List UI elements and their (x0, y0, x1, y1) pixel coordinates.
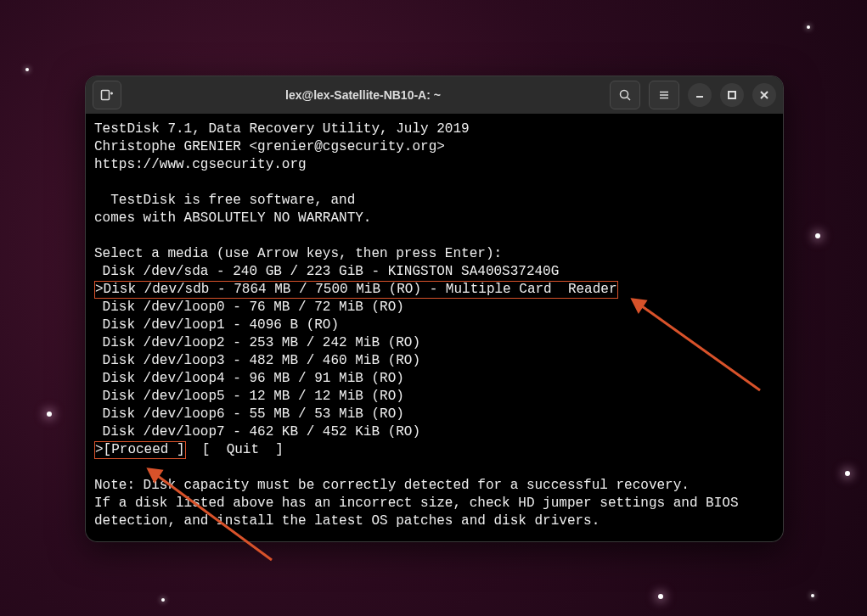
titlebar: lex@lex-Satellite-NB10-A: ~ (86, 76, 783, 114)
intro-line-2: comes with ABSOLUTELY NO WARRANTY. (94, 210, 371, 226)
menu-button[interactable] (649, 81, 679, 109)
disk-item-sda[interactable]: Disk /dev/sda - 240 GB / 223 GiB - KINGS… (94, 264, 559, 279)
header-line-3: https://www.cgsecurity.org (94, 157, 307, 172)
window-title: lex@lex-Satellite-NB10-A: ~ (285, 88, 441, 102)
disk-item-loop5[interactable]: Disk /dev/loop5 - 12 MB / 12 MiB (RO) (94, 389, 404, 404)
note-line-3: detection, and install the latest OS pat… (94, 513, 600, 529)
menu-proceed[interactable]: >[Proceed ] (94, 441, 186, 459)
minimize-button[interactable] (688, 83, 712, 107)
disk-item-sdb-selected[interactable]: >Disk /dev/sdb - 7864 MB / 7500 MiB (RO)… (94, 281, 618, 299)
disk-item-loop0[interactable]: Disk /dev/loop0 - 76 MB / 72 MiB (RO) (94, 300, 404, 315)
disk-item-loop1[interactable]: Disk /dev/loop1 - 4096 B (RO) (94, 317, 339, 333)
maximize-button[interactable] (720, 83, 744, 107)
terminal-content[interactable]: TestDisk 7.1, Data Recovery Utility, Jul… (86, 114, 783, 541)
note-line-1: Note: Disk capacity must be correctly de… (94, 478, 690, 493)
select-prompt: Select a media (use Arrow keys, then pre… (94, 246, 502, 261)
terminal-window: lex@lex-Satellite-NB10-A: ~ TestDisk 7.1… (85, 76, 784, 542)
disk-item-loop6[interactable]: Disk /dev/loop6 - 55 MB / 53 MiB (RO) (94, 406, 404, 422)
menu-quit[interactable]: [ Quit ] (186, 442, 284, 457)
svg-rect-2 (729, 92, 735, 98)
svg-point-1 (621, 91, 628, 98)
disk-item-loop4[interactable]: Disk /dev/loop4 - 96 MB / 91 MiB (RO) (94, 371, 404, 386)
new-tab-button[interactable] (93, 81, 121, 109)
search-button[interactable] (610, 81, 640, 109)
disk-item-loop3[interactable]: Disk /dev/loop3 - 482 MB / 460 MiB (RO) (94, 353, 420, 368)
disk-item-loop2[interactable]: Disk /dev/loop2 - 253 MB / 242 MiB (RO) (94, 335, 420, 350)
svg-rect-0 (102, 91, 110, 100)
header-line-1: TestDisk 7.1, Data Recovery Utility, Jul… (94, 121, 470, 137)
close-button[interactable] (752, 83, 776, 107)
intro-line-1: TestDisk is free software, and (94, 193, 355, 208)
header-line-2: Christophe GRENIER <grenier@cgsecurity.o… (94, 139, 445, 154)
note-line-2: If a disk listed above has an incorrect … (94, 496, 739, 511)
disk-item-loop7[interactable]: Disk /dev/loop7 - 462 KB / 452 KiB (RO) (94, 424, 420, 440)
